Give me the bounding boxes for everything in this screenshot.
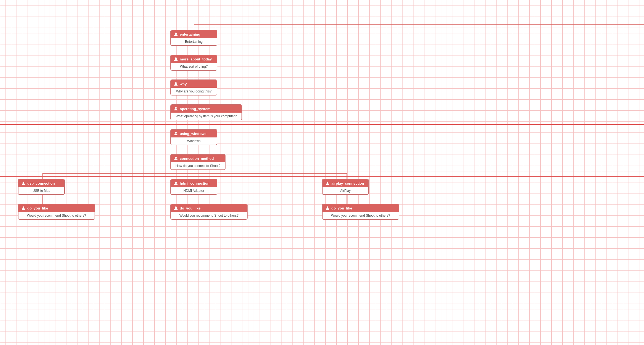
svg-point-21	[175, 157, 177, 158]
canvas: entertaining Entertaining more_about_tod…	[0, 0, 644, 345]
user-icon-12	[325, 206, 330, 210]
node-using-windows-header: using_windows	[171, 130, 217, 137]
node-entertaining[interactable]: entertaining Entertaining	[170, 30, 217, 46]
node-usb-connection-header: usb_connection	[18, 179, 64, 187]
user-icon-5	[174, 131, 178, 136]
node-usb-connection[interactable]: usb_connection USB to Mac	[18, 179, 65, 195]
user-icon	[174, 32, 178, 36]
node-do-you-like-usb-header: do_you_like	[18, 204, 95, 212]
node-hdmi-connection-header: hdmi_connection	[171, 179, 217, 187]
node-using-windows[interactable]: using_windows Windows	[170, 129, 217, 145]
node-why-title: why	[180, 82, 187, 86]
node-entertaining-title: entertaining	[180, 32, 200, 36]
node-connection-method-title: connection_method	[180, 156, 214, 161]
hline-2	[0, 176, 644, 177]
node-more-about-today-body: What sort of thing?	[171, 63, 217, 70]
user-icon-2	[174, 57, 178, 61]
node-do-you-like-usb-title: do_you_like	[27, 206, 48, 210]
node-more-about-today-title: more_about_today	[180, 57, 212, 61]
node-airplay-connection[interactable]: airplay_connection AirPlay	[322, 179, 369, 195]
node-operating-system-header: operating_system	[171, 105, 242, 113]
node-using-windows-title: using_windows	[180, 132, 206, 136]
node-connection-method[interactable]: connection_method How do you connect to …	[170, 154, 226, 170]
node-airplay-connection-header: airplay_connection	[323, 179, 368, 187]
node-do-you-like-hdmi[interactable]: do_you_like Would you recommend Shoot to…	[170, 204, 248, 220]
node-hdmi-connection[interactable]: hdmi_connection HDMI Adapter	[170, 179, 217, 195]
user-icon-6	[174, 156, 178, 161]
node-airplay-connection-title: airplay_connection	[331, 181, 364, 185]
node-operating-system[interactable]: operating_system What operating system i…	[170, 104, 242, 120]
node-do-you-like-hdmi-title: do_you_like	[180, 206, 200, 210]
node-do-you-like-hdmi-header: do_you_like	[171, 204, 247, 212]
node-do-you-like-airplay-header: do_you_like	[323, 204, 399, 212]
node-do-you-like-usb[interactable]: do_you_like Would you recommend Shoot to…	[18, 204, 95, 220]
node-operating-system-body: What operating system is your computer?	[171, 113, 242, 120]
node-connection-method-header: connection_method	[171, 155, 225, 162]
node-do-you-like-hdmi-body: Would you recommend Shoot to others?	[171, 212, 247, 219]
node-airplay-connection-body: AirPlay	[323, 187, 368, 194]
svg-point-20	[175, 132, 177, 134]
svg-point-25	[23, 206, 24, 208]
node-usb-connection-body: USB to Mac	[18, 187, 64, 194]
user-icon-11	[174, 206, 178, 210]
user-icon-3	[174, 82, 178, 86]
svg-point-16	[175, 33, 177, 34]
node-do-you-like-airplay-body: Would you recommend Shoot to others?	[323, 212, 399, 219]
node-do-you-like-airplay-title: do_you_like	[331, 206, 352, 210]
svg-point-27	[327, 206, 328, 208]
user-icon-9	[325, 181, 330, 185]
svg-point-19	[175, 107, 177, 109]
node-hdmi-connection-body: HDMI Adapter	[171, 187, 217, 194]
user-icon-7	[21, 181, 26, 185]
node-why-body: Why are you doing this?	[171, 88, 217, 95]
node-using-windows-body: Windows	[171, 137, 217, 145]
node-more-about-today-header: more_about_today	[171, 55, 217, 63]
svg-point-18	[175, 82, 177, 84]
node-hdmi-connection-title: hdmi_connection	[180, 181, 210, 185]
node-entertaining-body: Entertaining	[171, 38, 217, 45]
node-why-header: why	[171, 80, 217, 88]
node-operating-system-title: operating_system	[180, 107, 210, 111]
svg-point-17	[175, 57, 177, 59]
user-icon-8	[174, 181, 178, 185]
node-more-about-today[interactable]: more_about_today What sort of thing?	[170, 55, 217, 71]
svg-point-26	[175, 206, 177, 208]
node-why[interactable]: why Why are you doing this?	[170, 79, 217, 95]
node-entertaining-header: entertaining	[171, 30, 217, 38]
hline-1	[0, 124, 644, 125]
node-do-you-like-airplay[interactable]: do_you_like Would you recommend Shoot to…	[322, 204, 399, 220]
user-icon-10	[21, 206, 26, 210]
node-connection-method-body: How do you connect to Shoot?	[171, 162, 225, 169]
user-icon-4	[174, 107, 178, 111]
connectors-svg	[0, 0, 644, 345]
node-do-you-like-usb-body: Would you recommend Shoot to others?	[18, 212, 95, 219]
node-usb-connection-title: usb_connection	[27, 181, 55, 185]
svg-point-24	[327, 182, 328, 183]
svg-point-22	[23, 182, 24, 183]
svg-point-23	[175, 182, 177, 183]
